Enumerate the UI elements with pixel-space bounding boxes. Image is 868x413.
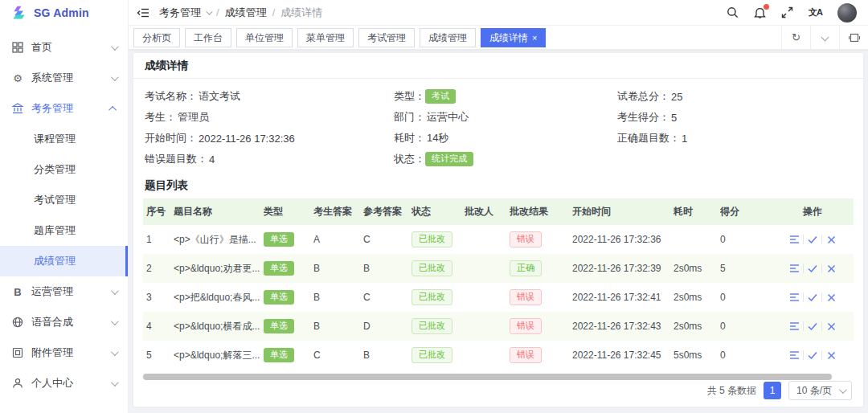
sidebar-item-home[interactable]: 首页 — [0, 32, 128, 63]
close-icon[interactable] — [822, 322, 840, 331]
top-header: 考务管理 / 成绩管理 / 成绩详情 文A — [129, 0, 868, 26]
chevron-up-icon — [108, 105, 117, 113]
notification-badge — [764, 4, 769, 10]
b-icon: B — [11, 285, 24, 298]
detail-icon[interactable] — [785, 350, 803, 360]
bank-icon — [11, 102, 24, 115]
type-badge: 考试 — [425, 89, 456, 104]
sidebar-item-system[interactable]: ⚙ 系统管理 — [0, 63, 128, 93]
page-size-select[interactable]: 10 条/页 — [788, 381, 852, 400]
detail-fields: 考试名称：语文考试 考生：管理员 开始时间：2022-11-26 17:32:3… — [133, 79, 863, 171]
sidebar-item-category-mgmt[interactable]: 分类管理 — [0, 154, 128, 185]
check-icon[interactable] — [804, 322, 821, 331]
question-list-title: 题目列表 — [133, 171, 863, 198]
question-type-badge: 单选 — [264, 290, 294, 305]
sidebar-item-label: 首页 — [31, 40, 52, 55]
detail-icon[interactable] — [785, 292, 803, 302]
status-badge: 统计完成 — [425, 152, 473, 166]
result-badge: 正确 — [510, 260, 542, 276]
question-type-badge: 单选 — [264, 232, 294, 247]
close-icon[interactable] — [822, 351, 840, 360]
result-badge: 错误 — [510, 318, 542, 333]
question-table: 序号 题目名称 类型 考生答案 参考答案 状态 批改人 批改结果 开始时间 耗时… — [143, 198, 854, 370]
chevron-down-icon — [111, 43, 119, 51]
search-icon[interactable] — [727, 6, 739, 18]
question-name: <p>&ldquo;横看成... — [174, 320, 264, 333]
maximize-icon[interactable] — [839, 26, 868, 49]
sidebar-item-voice-synthesis[interactable]: 语音合成 — [0, 307, 128, 337]
table-header-row: 序号 题目名称 类型 考生答案 参考答案 状态 批改人 批改结果 开始时间 耗时… — [143, 198, 854, 225]
sidebar-item-operation[interactable]: B 运营管理 — [0, 276, 128, 307]
pagination-total: 共 5 条数据 — [707, 384, 756, 398]
check-icon[interactable] — [804, 264, 821, 273]
gear-icon: ⚙ — [11, 72, 24, 84]
tab-close-icon[interactable]: × — [532, 33, 537, 43]
sidebar-item-label: 考务管理 — [31, 101, 73, 116]
notification-bell-icon[interactable] — [754, 6, 766, 19]
close-icon[interactable] — [822, 235, 840, 244]
chevron-down-icon — [111, 378, 119, 386]
question-name: <p>&ldquo;解落三... — [174, 349, 264, 362]
page-title: 成绩详情 — [133, 53, 863, 79]
tabbar-tools: ↻ — [781, 26, 868, 49]
check-icon[interactable] — [804, 293, 821, 302]
chevron-down-icon — [111, 317, 119, 325]
result-badge: 错误 — [510, 289, 542, 305]
sidebar-item-course-mgmt[interactable]: 课程管理 — [0, 124, 128, 154]
sidebar-item-score-mgmt[interactable]: 成绩管理 — [0, 246, 128, 276]
translate-icon[interactable]: 文A — [809, 6, 822, 18]
sidebar-item-attachment[interactable]: 附件管理 — [0, 337, 128, 368]
detail-icon[interactable] — [785, 264, 803, 273]
refresh-icon[interactable]: ↻ — [781, 26, 810, 49]
sidebar-menu: 首页 ⚙ 系统管理 考务管理 课程管理 分类管理 考试管理 题库管理 成绩管理 — [0, 26, 128, 399]
breadcrumb: 考务管理 / 成绩管理 / 成绩详情 — [159, 6, 322, 20]
tab-exam-mgmt[interactable]: 考试管理 — [358, 28, 415, 47]
breadcrumb-item-score-mgmt[interactable]: 成绩管理 — [225, 6, 267, 20]
tab-workbench[interactable]: 工作台 — [185, 28, 231, 47]
check-icon[interactable] — [804, 235, 821, 244]
sidebar-collapse-icon[interactable] — [137, 7, 149, 18]
question-name: <p>&ldquo;劝君更... — [174, 262, 264, 276]
fullscreen-icon[interactable] — [781, 6, 793, 18]
sidebar-item-question-bank-mgmt[interactable]: 题库管理 — [0, 215, 128, 246]
table-row: 5 <p>&ldquo;解落三... 单选 C B 已批改 错误 2022-11… — [143, 341, 854, 370]
table-row: 2 <p>&ldquo;劝君更... 单选 B B 已批改 正确 2022-11… — [143, 254, 854, 283]
tab-analysis[interactable]: 分析页 — [133, 28, 180, 47]
table-row: 1 <p>《山行》是描... 单选 A C 已批改 错误 2022-11-26 … — [143, 225, 854, 254]
sidebar-item-label: 运营管理 — [31, 284, 73, 299]
detail-icon[interactable] — [785, 235, 803, 244]
tab-unit-mgmt[interactable]: 单位管理 — [236, 28, 293, 47]
sidebar-item-label: 系统管理 — [31, 71, 73, 85]
chevron-down-icon[interactable] — [810, 26, 839, 49]
tab-score-mgmt[interactable]: 成绩管理 — [420, 28, 476, 47]
page-content: 成绩详情 考试名称：语文考试 考生：管理员 开始时间：2022-11-26 17… — [129, 50, 868, 413]
breadcrumb-item-score-detail: 成绩详情 — [280, 6, 322, 20]
tab-score-detail[interactable]: 成绩详情× — [481, 28, 546, 47]
field-total-score: 试卷总分：25 — [617, 86, 852, 107]
attachment-icon — [11, 346, 24, 359]
breadcrumb-item-exam-admin[interactable]: 考务管理 — [159, 6, 211, 20]
sidebar-item-profile[interactable]: 个人中心 — [0, 368, 128, 399]
chevron-down-icon — [111, 348, 119, 356]
detail-icon[interactable] — [785, 321, 803, 331]
table-row: 4 <p>&ldquo;横看成... 单选 B D 已批改 错误 2022-11… — [143, 312, 854, 341]
app-root: SG Admin 首页 ⚙ 系统管理 考务管理 课 — [0, 0, 868, 413]
sidebar-item-exam-mgmt[interactable]: 考试管理 — [0, 185, 128, 215]
check-icon[interactable] — [804, 351, 821, 360]
breadcrumb-separator: / — [272, 6, 276, 18]
chevron-down-icon — [206, 8, 212, 14]
tab-menu-mgmt[interactable]: 菜单管理 — [297, 28, 354, 47]
avatar[interactable] — [837, 3, 857, 22]
user-icon — [11, 377, 24, 390]
close-icon[interactable] — [822, 293, 840, 302]
page-number-button[interactable]: 1 — [764, 382, 781, 399]
sidebar: SG Admin 首页 ⚙ 系统管理 考务管理 课 — [0, 0, 129, 413]
field-exam-name: 考试名称：语文考试 — [145, 86, 394, 107]
scrollbar-thumb[interactable] — [143, 374, 832, 380]
field-correct-count: 正确题目数：1 — [617, 128, 852, 149]
sidebar-item-exam-admin[interactable]: 考务管理 — [0, 93, 128, 124]
app-logo[interactable]: SG Admin — [0, 0, 128, 26]
close-icon[interactable] — [822, 264, 840, 273]
result-badge: 错误 — [510, 347, 542, 362]
field-examinee: 考生：管理员 — [145, 107, 394, 128]
